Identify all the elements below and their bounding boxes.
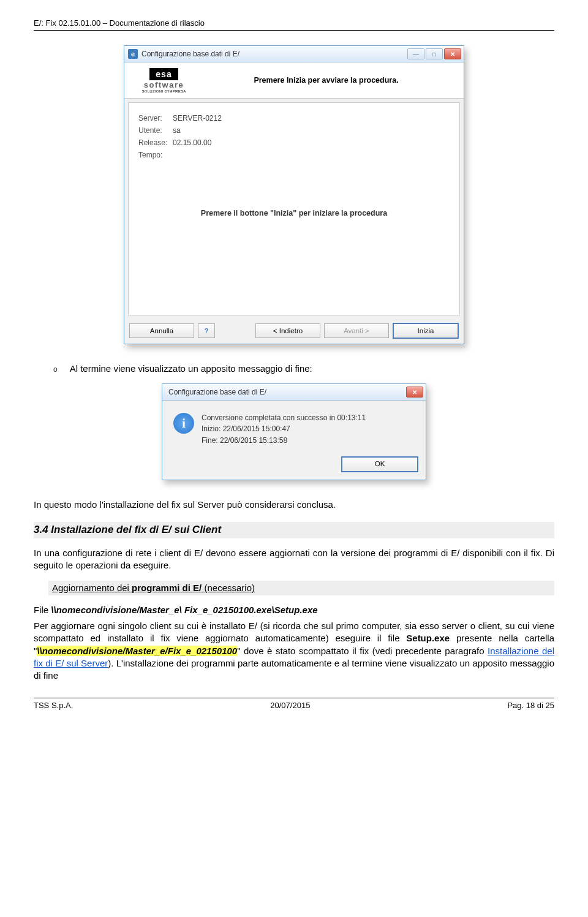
section-3-4-p1: In una configurazione di rete i client d… <box>34 547 554 572</box>
page-header: E/: Fix 02.15.01.00 – Documentazione di … <box>34 18 554 31</box>
sub-post: (necessario) <box>202 583 255 593</box>
user-value: sa <box>173 126 181 135</box>
wizard-header-title: Premere Inizia per avviare la procedura. <box>196 76 456 85</box>
annulla-button[interactable]: Annulla <box>129 323 194 338</box>
vendor-logo: esa software SOLUZIONI D'IMPRESA <box>132 66 196 94</box>
close-button[interactable]: ✕ <box>444 48 461 59</box>
logo-tagline: SOLUZIONI D'IMPRESA <box>141 89 186 93</box>
inizia-button[interactable]: Inizia <box>393 323 459 339</box>
section-3-4-body: Per aggiornare ogni singolo client su cu… <box>34 620 554 682</box>
dialog-line3: Fine: 22/06/2015 15:13:58 <box>202 436 366 445</box>
sub-pre: Aggiornamento dei <box>52 583 132 593</box>
logo-brand: esa <box>149 68 178 80</box>
server-label: Server: <box>138 114 173 123</box>
section-3-4-title: 3.4 Installazione del fix di E/ sui Clie… <box>34 522 554 538</box>
footer-center: 20/07/2015 <box>73 701 507 710</box>
footer-right: Pag. 18 di 25 <box>507 701 554 710</box>
avanti-button: Avanti > <box>324 323 389 338</box>
dialog-window: Configurazione base dati di E/ ✕ i Conve… <box>162 383 426 480</box>
tempo-label: Tempo: <box>138 151 173 159</box>
page-footer: TSS S.p.A. 20/07/2015 Pag. 18 di 25 <box>34 698 554 710</box>
dialog-titlebar: Configurazione base dati di E/ ✕ <box>162 384 426 401</box>
maximize-button[interactable]: □ <box>426 48 443 59</box>
dialog-figure: Configurazione base dati di E/ ✕ i Conve… <box>34 383 554 480</box>
body-highlight: \\nomecondivisione/Master_e/Fix_e_021501… <box>37 646 237 656</box>
minimize-button[interactable]: — <box>407 48 424 59</box>
sub-bold: programmi di E/ <box>132 583 202 593</box>
wizard-title-text: Configurazione base dati di E/ <box>141 50 239 58</box>
wizard-buttons: Annulla ? < Indietro Avanti > Inizia <box>124 319 464 344</box>
release-value: 02.15.00.00 <box>173 138 211 147</box>
body-c: " dove è stato scompattato il fix (vedi … <box>237 646 488 656</box>
body-d: ). L'installazione dei programmi parte a… <box>34 658 554 681</box>
wizard-titlebar: e Configurazione base dati di E/ — □ ✕ <box>124 46 464 62</box>
bullet-text: Al termine viene visualizzato un apposit… <box>70 363 312 375</box>
help-button[interactable]: ? <box>198 323 215 338</box>
file-path-line: File \\nomecondivisione/Master_e\ Fix_e_… <box>34 604 554 616</box>
file-path-pre: File <box>34 605 51 615</box>
logo-brand2: software <box>144 80 184 89</box>
app-icon: e <box>128 49 138 59</box>
footer-left: TSS S.p.A. <box>34 701 73 710</box>
subsection-aggiornamento: Aggiornamento dei programmi di E/ (neces… <box>48 581 554 595</box>
wizard-figure: e Configurazione base dati di E/ — □ ✕ e… <box>34 45 554 344</box>
dialog-line1: Conversione completata con successo in 0… <box>202 413 366 423</box>
wizard-window: e Configurazione base dati di E/ — □ ✕ e… <box>124 45 464 344</box>
wizard-panel: Server:SERVER-0212 Utente:sa Release:02.… <box>128 102 460 315</box>
paragraph-conclusion: In questo modo l'installazione del fix s… <box>34 499 554 511</box>
dialog-message: Conversione completata con successo in 0… <box>202 413 366 447</box>
dialog-line2: Inizio: 22/06/2015 15:00:47 <box>202 424 366 434</box>
bullet-marker: o <box>53 364 58 375</box>
wizard-center-msg: Premere il bottone "Inizia" per iniziare… <box>129 209 459 217</box>
server-value: SERVER-0212 <box>173 114 222 123</box>
info-icon: i <box>173 413 194 434</box>
ok-button[interactable]: OK <box>341 456 418 472</box>
bullet-item: o Al termine viene visualizzato un appos… <box>53 363 554 375</box>
wizard-header: esa software SOLUZIONI D'IMPRESA Premere… <box>124 62 464 99</box>
indietro-button[interactable]: < Indietro <box>255 323 320 338</box>
file-path-text: \\nomecondivisione/Master_e\ Fix_e_02150… <box>51 605 317 615</box>
body-setup: Setup.exe <box>406 633 450 643</box>
dialog-title-text: Configurazione base dati di E/ <box>168 387 266 397</box>
release-label: Release: <box>138 138 173 147</box>
dialog-close-button[interactable]: ✕ <box>406 387 423 398</box>
user-label: Utente: <box>138 126 173 135</box>
